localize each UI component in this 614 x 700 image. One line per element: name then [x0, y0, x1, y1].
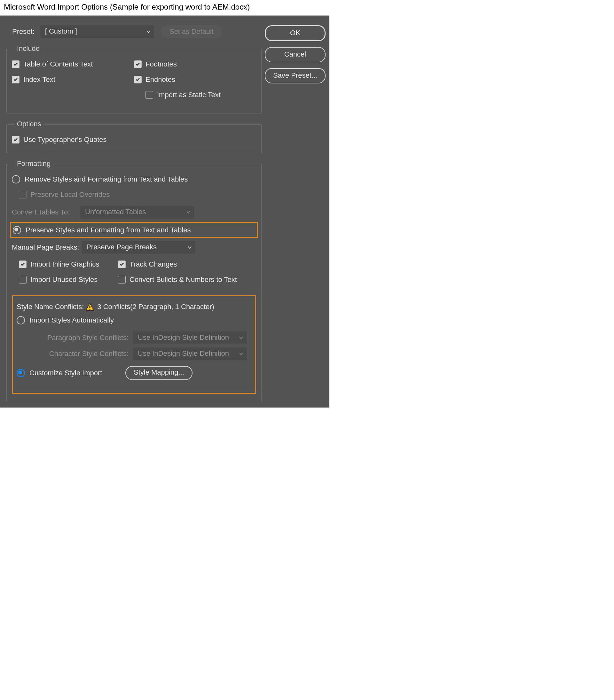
preserve-styles-highlight: Preserve Styles and Formatting from Text…	[10, 222, 258, 238]
track-changes-label: Track Changes	[130, 260, 177, 268]
convert-bullets-checkbox[interactable]	[118, 276, 126, 284]
toc-checkbox[interactable]	[12, 60, 20, 68]
paragraph-style-conflicts-value: Use InDesign Style Definition	[138, 333, 229, 341]
convert-bullets-label: Convert Bullets & Numbers to Text	[130, 276, 237, 284]
preset-label: Preset:	[12, 27, 35, 36]
remove-styles-label: Remove Styles and Formatting from Text a…	[25, 175, 188, 184]
preserve-styles-radio[interactable]	[13, 226, 21, 234]
options-legend: Options	[14, 120, 44, 128]
import-inline-graphics-checkbox[interactable]	[19, 261, 26, 268]
import-styles-auto-radio[interactable]	[17, 316, 25, 324]
svg-rect-1	[89, 309, 90, 310]
include-legend: Include	[14, 45, 42, 53]
character-style-conflicts-label: Character Style Conflicts:	[17, 350, 133, 358]
character-style-conflicts-value: Use InDesign Style Definition	[138, 349, 229, 357]
cancel-button[interactable]: Cancel	[265, 47, 326, 62]
paragraph-style-conflicts-label: Paragraph Style Conflicts:	[17, 334, 133, 342]
endnotes-label: Endnotes	[146, 75, 175, 84]
typographer-quotes-label: Use Typographer's Quotes	[23, 136, 107, 144]
manual-page-breaks-value: Preserve Page Breaks	[86, 243, 157, 251]
manual-page-breaks-dropdown[interactable]: Preserve Page Breaks	[82, 241, 195, 254]
convert-tables-dropdown: Unformatted Tables	[80, 206, 194, 218]
typographer-quotes-checkbox[interactable]	[12, 136, 20, 143]
manual-page-breaks-label: Manual Page Breaks:	[12, 243, 82, 252]
preserve-styles-label: Preserve Styles and Formatting from Text…	[26, 226, 191, 234]
preset-value: [ Custom ]	[45, 27, 77, 35]
index-label: Index Text	[23, 75, 55, 84]
style-conflicts-label: Style Name Conflicts:	[17, 303, 84, 311]
index-checkbox[interactable]	[12, 76, 20, 84]
chevron-down-icon	[186, 207, 191, 218]
save-preset-button[interactable]: Save Preset...	[265, 68, 326, 84]
static-text-checkbox[interactable]	[146, 91, 153, 99]
customize-style-import-label: Customize Style Import	[29, 369, 125, 377]
style-mapping-button[interactable]: Style Mapping...	[125, 366, 193, 380]
chevron-down-icon	[239, 348, 243, 360]
chevron-down-icon	[239, 332, 243, 343]
chevron-down-icon	[146, 26, 151, 37]
track-changes-checkbox[interactable]	[118, 261, 126, 268]
convert-tables-value: Unformatted Tables	[85, 208, 146, 216]
import-styles-auto-label: Import Styles Automatically	[29, 316, 114, 324]
remove-styles-radio[interactable]	[12, 175, 20, 184]
preset-dropdown[interactable]: [ Custom ]	[40, 25, 154, 38]
paragraph-style-conflicts-dropdown: Use InDesign Style Definition	[133, 332, 247, 344]
import-unused-styles-checkbox[interactable]	[19, 276, 26, 284]
svg-rect-0	[89, 305, 90, 308]
set-as-default-button[interactable]: Set as Default	[161, 25, 222, 38]
footnotes-label: Footnotes	[146, 60, 177, 68]
endnotes-checkbox[interactable]	[134, 76, 142, 84]
ok-button[interactable]: OK	[265, 25, 326, 41]
style-conflicts-highlight: Style Name Conflicts: 3 Conflicts(2 Para…	[12, 295, 256, 394]
chevron-down-icon	[187, 242, 192, 253]
static-text-label: Import as Static Text	[157, 91, 221, 99]
import-inline-graphics-label: Import Inline Graphics	[30, 260, 99, 268]
convert-tables-label: Convert Tables To:	[12, 208, 78, 216]
style-conflicts-text: 3 Conflicts(2 Paragraph, 1 Character)	[97, 303, 214, 311]
toc-label: Table of Contents Text	[23, 60, 93, 68]
customize-style-import-radio[interactable]	[17, 369, 25, 377]
character-style-conflicts-dropdown: Use InDesign Style Definition	[133, 348, 247, 360]
warning-icon	[86, 303, 94, 311]
formatting-legend: Formatting	[14, 160, 53, 168]
import-unused-styles-label: Import Unused Styles	[30, 276, 98, 284]
dialog-title: Microsoft Word Import Options (Sample fo…	[0, 0, 329, 16]
footnotes-checkbox[interactable]	[134, 60, 142, 68]
preserve-local-overrides-label: Preserve Local Overrides	[30, 190, 110, 199]
preserve-local-overrides-checkbox	[19, 191, 26, 199]
